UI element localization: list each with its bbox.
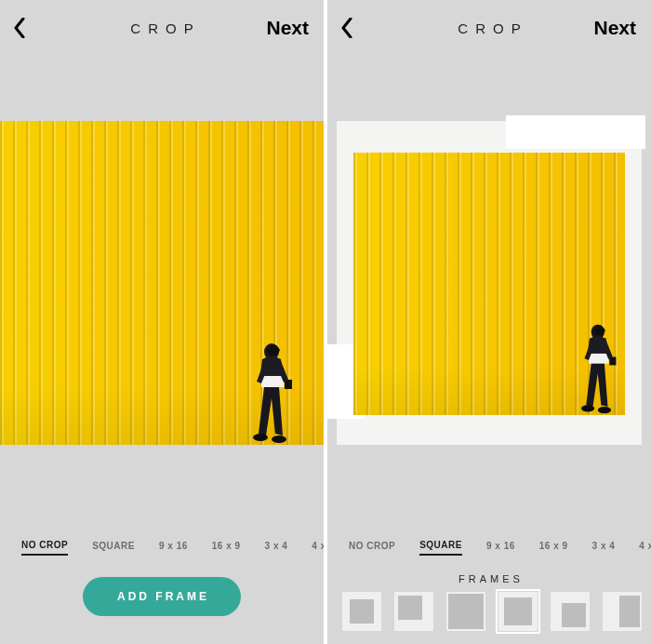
next-button[interactable]: Next — [266, 0, 309, 56]
frame-center-square[interactable] — [342, 592, 381, 631]
crop-option-3-x-4[interactable]: 3 x 4 — [592, 537, 616, 555]
crop-option-9-x-16[interactable]: 9 x 16 — [486, 537, 515, 555]
crop-option-16-x-9[interactable]: 16 x 9 — [212, 537, 241, 555]
photo-person — [573, 322, 619, 415]
crop-option-no-crop[interactable]: NO CROP — [21, 536, 68, 556]
add-frame-button[interactable]: ADD FRAME — [83, 577, 241, 616]
frame-accent-top-right — [506, 115, 645, 149]
crop-option-no-crop[interactable]: NO CROP — [349, 537, 395, 555]
crop-option-4-x-3[interactable]: 4 x 3 — [312, 537, 324, 555]
frame-full-bleed[interactable] — [446, 592, 485, 631]
header: CROP Next — [0, 0, 324, 56]
frame-offset-br[interactable] — [551, 592, 590, 631]
svg-point-9 — [598, 407, 611, 413]
frame-thumbnails[interactable] — [327, 588, 651, 635]
page-title: CROP — [123, 20, 200, 36]
frame-offset-tl[interactable] — [394, 592, 433, 631]
back-button[interactable] — [340, 0, 353, 56]
crop-option-4-x-3[interactable]: 4 x 3 — [639, 537, 651, 555]
svg-rect-1 — [261, 376, 284, 387]
photo — [0, 121, 324, 445]
next-button[interactable]: Next — [593, 0, 636, 56]
photo — [353, 153, 625, 415]
crop-screen-no-crop: CROP Next — [0, 0, 324, 644]
back-button[interactable] — [13, 0, 26, 56]
crop-option-square[interactable]: SQUARE — [92, 537, 135, 555]
crop-screen-square-frame: CROP Next — [327, 0, 651, 644]
svg-point-4 — [272, 436, 286, 443]
crop-options[interactable]: NO CROPSQUARE9 x 1616 x 93 x 44 x 3IG S — [0, 532, 324, 558]
crop-options[interactable]: NO CROPSQUARE9 x 1616 x 93 x 44 x 3 — [327, 532, 651, 558]
frame-thin-border[interactable] — [498, 592, 538, 631]
photo-canvas[interactable] — [0, 121, 324, 445]
crop-option-9-x-16[interactable]: 9 x 16 — [159, 537, 188, 555]
crop-option-3-x-4[interactable]: 3 x 4 — [265, 537, 288, 555]
chevron-left-icon — [13, 18, 26, 38]
svg-point-8 — [581, 405, 594, 411]
frame-half-right[interactable] — [603, 592, 642, 631]
svg-point-3 — [253, 434, 268, 441]
photo-canvas[interactable] — [327, 121, 651, 445]
svg-rect-6 — [589, 354, 608, 364]
header: CROP Next — [327, 0, 651, 56]
frames-heading: FRAMES — [327, 573, 651, 584]
page-title: CROP — [450, 20, 527, 36]
crop-option-square[interactable]: SQUARE — [419, 536, 462, 556]
chevron-left-icon — [340, 18, 353, 38]
photo-person — [244, 341, 296, 445]
crop-option-16-x-9[interactable]: 16 x 9 — [539, 537, 568, 555]
